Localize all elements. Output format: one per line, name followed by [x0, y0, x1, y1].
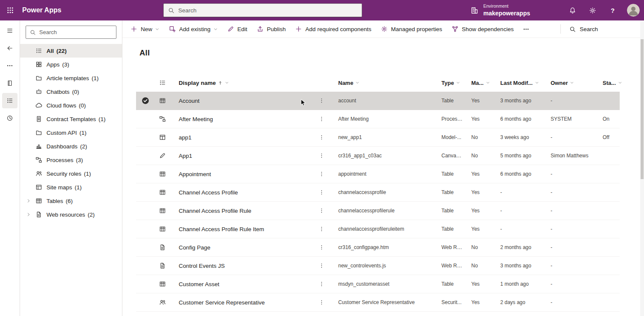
row-display-name[interactable]: Appointment	[170, 171, 313, 177]
sidebar-item-security-roles[interactable]: Security roles (1)	[20, 167, 122, 180]
column-header-sta[interactable]: Sta...	[594, 80, 628, 86]
canvas-app-icon	[159, 152, 166, 159]
app-launcher-button[interactable]	[0, 0, 20, 20]
rail-pages-button[interactable]	[2, 75, 17, 91]
column-header-ma[interactable]: Ma...	[463, 80, 492, 86]
row-display-name[interactable]: Customer Asset	[170, 281, 313, 287]
commandbar-divider	[560, 24, 561, 34]
ellipsis-h-icon	[523, 26, 529, 32]
row-more-button[interactable]	[313, 208, 330, 214]
table-row-customer-service-representative[interactable]: Customer Service Representative Customer…	[136, 293, 620, 312]
cloud-icon	[35, 102, 42, 109]
sidebar-item-web-resources[interactable]: Web resources (2)	[20, 208, 122, 221]
cmd-add-existing-button[interactable]: Add existing	[164, 22, 223, 36]
cmd-search-button[interactable]: Search	[564, 22, 603, 36]
row-more-button[interactable]	[313, 116, 330, 122]
table-row-customer-asset[interactable]: Customer Asset msdyn_customerassetTableY…	[136, 275, 620, 293]
settings-button[interactable]	[583, 0, 603, 20]
row-type: Table	[433, 281, 463, 287]
table-row-appointment[interactable]: Appointment appointmentTableYes6 months …	[136, 165, 620, 183]
more-vertical-icon	[319, 299, 325, 305]
global-search-input[interactable]	[178, 7, 357, 14]
row-more-button[interactable]	[313, 134, 330, 140]
vertical-scrollbar[interactable]	[640, 20, 644, 316]
row-more-button[interactable]	[313, 189, 330, 195]
column-header-owner[interactable]: Owner	[542, 80, 594, 86]
cmd-new-button[interactable]: New	[126, 22, 164, 36]
row-status: On	[594, 116, 628, 122]
more-vertical-icon	[319, 244, 325, 250]
table-row-app1[interactable]: app1 new_app1Model-...No3 weeks ago-Off	[136, 128, 620, 147]
chevron-right-icon[interactable]	[26, 212, 35, 217]
app-title[interactable]: Power Apps	[22, 6, 61, 14]
row-name: appointment	[330, 171, 433, 177]
table-row-account[interactable]: Account accountTableYes3 months ago-	[136, 92, 620, 110]
sidebar-item-site-maps[interactable]: Site maps (1)	[20, 180, 122, 194]
sidebar-search-input[interactable]	[39, 29, 114, 35]
cmd-add-required-components-button[interactable]: Add required components	[290, 22, 376, 36]
rail-objects-button[interactable]	[2, 93, 17, 108]
row-display-name[interactable]: After Meeting	[170, 116, 313, 122]
row-more-button[interactable]	[313, 226, 330, 232]
table-row-channel-access-profile-rule-item[interactable]: Channel Access Profile Rule Item channel…	[136, 220, 620, 238]
cmd-overflow-button[interactable]	[518, 22, 534, 36]
cmd-managed-properties-button[interactable]: Managed properties	[376, 22, 447, 36]
row-display-name[interactable]: Channel Access Profile Rule	[170, 208, 313, 214]
sidebar-item-all[interactable]: All (22)	[20, 44, 122, 58]
sidebar-item-chatbots[interactable]: Chatbots (0)	[20, 85, 122, 99]
row-select-cell[interactable]	[136, 97, 155, 104]
rail-back-button[interactable]	[2, 41, 17, 56]
row-display-name[interactable]: App1	[170, 153, 313, 159]
environment-picker[interactable]: Environment makepowerapps	[464, 0, 537, 20]
row-display-name[interactable]: app1	[170, 134, 313, 141]
help-button[interactable]: ?	[603, 0, 623, 20]
table-row-app1[interactable]: App1 cr316_app1_c03acCanvas ...No5 month…	[136, 147, 620, 165]
row-display-name[interactable]: Config Page	[170, 244, 313, 251]
row-more-button[interactable]	[313, 171, 330, 177]
row-more-button[interactable]	[313, 299, 330, 305]
sidebar-item-dashboards[interactable]: Dashboards (2)	[20, 139, 122, 153]
page-title: All	[139, 48, 644, 58]
account-avatar-button[interactable]	[623, 0, 644, 20]
sidebar-item-tables[interactable]: Tables (6)	[20, 194, 122, 208]
sidebar-item-apps[interactable]: Apps (3)	[20, 58, 122, 71]
sidebar-item-cloud-flows[interactable]: Cloud flows (0)	[20, 99, 122, 112]
chevron-right-icon[interactable]	[26, 198, 35, 203]
sidebar-item-contract-templates[interactable]: Contract Templates (1)	[20, 112, 122, 126]
sidebar-item-custom-api[interactable]: Custom API (1)	[20, 126, 122, 139]
table-row-control-events-js[interactable]: Control Events JS new_controlevents.jsWe…	[136, 257, 620, 275]
column-header-display-name[interactable]: Display name	[170, 80, 313, 86]
table-row-channel-access-profile-rule[interactable]: Channel Access Profile Rule channelacces…	[136, 202, 620, 220]
table-row-after-meeting[interactable]: After Meeting After MeetingProcess...Yes…	[136, 110, 620, 128]
row-more-button[interactable]	[313, 98, 330, 104]
row-display-name[interactable]: Account	[170, 98, 313, 104]
document-icon	[35, 116, 42, 122]
scrollbar-thumb[interactable]	[641, 39, 644, 179]
table-row-config-page[interactable]: Config Page cr316_configpage.htmWeb Re..…	[136, 238, 620, 257]
row-more-button[interactable]	[313, 263, 330, 269]
column-header-type[interactable]: Type	[433, 80, 463, 86]
sidebar-item-article-templates[interactable]: Article templates (1)	[20, 71, 122, 85]
rail-menu-button[interactable]	[2, 23, 17, 38]
sidebar-item-processes[interactable]: Processes (3)	[20, 153, 122, 167]
row-display-name[interactable]: Control Events JS	[170, 263, 313, 269]
notifications-button[interactable]	[563, 0, 583, 20]
column-header-last-modif[interactable]: Last Modif...	[492, 80, 542, 86]
rail-more-button[interactable]	[2, 58, 17, 73]
cmd-publish-button[interactable]: Publish	[252, 22, 290, 36]
bell-icon	[569, 7, 576, 14]
column-header-name[interactable]: Name	[330, 80, 433, 86]
sidebar-item-count: (0)	[79, 102, 86, 109]
row-display-name[interactable]: Customer Service Representative	[170, 299, 313, 306]
row-owner: -	[542, 189, 594, 195]
sidebar-item-count: (3)	[76, 157, 83, 163]
row-more-button[interactable]	[313, 153, 330, 159]
rail-history-button[interactable]	[2, 110, 17, 126]
row-display-name[interactable]: Channel Access Profile Rule Item	[170, 226, 313, 232]
row-display-name[interactable]: Channel Access Profile	[170, 189, 313, 196]
cmd-edit-button[interactable]: Edit	[223, 22, 252, 36]
row-more-button[interactable]	[313, 281, 330, 287]
table-row-channel-access-profile[interactable]: Channel Access Profile channelaccessprof…	[136, 183, 620, 202]
row-more-button[interactable]	[313, 244, 330, 250]
cmd-show-dependencies-button[interactable]: Show dependencies	[447, 22, 519, 36]
